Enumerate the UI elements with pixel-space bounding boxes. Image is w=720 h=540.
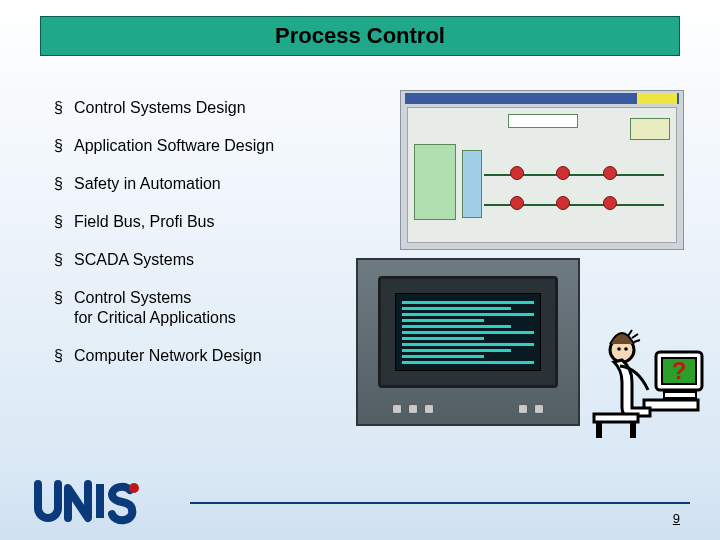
svg-rect-2 <box>664 392 696 398</box>
question-mark-icon: ? <box>672 357 687 384</box>
list-item: Application Software Design <box>54 136 364 156</box>
scada-valve <box>556 196 570 210</box>
scada-valve <box>603 196 617 210</box>
panel-button <box>424 404 434 414</box>
svg-point-5 <box>617 347 621 351</box>
slide-title-bar: Process Control <box>40 16 680 56</box>
list-item: Safety in Automation <box>54 174 364 194</box>
slide-title: Process Control <box>275 23 445 49</box>
scada-canvas <box>407 107 677 243</box>
svg-point-11 <box>129 483 139 493</box>
scada-valve <box>556 166 570 180</box>
list-item: Computer Network Design <box>54 346 364 366</box>
scada-diagram-image <box>400 90 684 250</box>
svg-rect-3 <box>644 400 698 410</box>
scada-tag <box>637 93 677 104</box>
panel-button <box>408 404 418 414</box>
svg-point-6 <box>624 347 628 351</box>
unis-logo <box>34 478 154 526</box>
scada-panel <box>630 118 670 140</box>
confused-user-clipart: ? <box>586 322 710 442</box>
list-item: Control Systems Design <box>54 98 364 118</box>
list-item: Field Bus, Profi Bus <box>54 212 364 232</box>
footer-divider <box>190 502 690 504</box>
list-item: Control Systems for Critical Application… <box>54 288 364 328</box>
scada-block <box>414 144 456 220</box>
panel-button <box>534 404 544 414</box>
svg-rect-10 <box>96 484 104 518</box>
svg-rect-7 <box>594 414 638 422</box>
page-number: 9 <box>673 511 680 526</box>
panel-frame <box>378 276 558 388</box>
svg-rect-8 <box>596 422 602 438</box>
panel-crt-screen <box>395 293 541 371</box>
panel-button <box>392 404 402 414</box>
bullet-list: Control Systems Design Application Softw… <box>54 98 364 384</box>
scada-label <box>508 114 578 128</box>
scada-block <box>462 150 482 218</box>
svg-rect-9 <box>630 422 636 438</box>
list-item: SCADA Systems <box>54 250 364 270</box>
panel-button <box>518 404 528 414</box>
slide: Process Control Control Systems Design A… <box>0 0 720 540</box>
scada-valve <box>510 166 524 180</box>
control-panel-image <box>356 258 580 426</box>
scada-valve <box>510 196 524 210</box>
scada-valve <box>603 166 617 180</box>
